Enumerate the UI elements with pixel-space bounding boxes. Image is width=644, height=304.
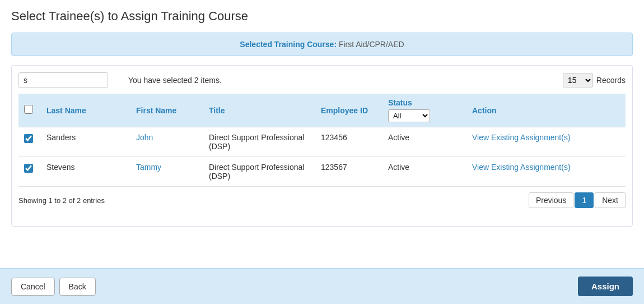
row-checkbox-cell <box>18 157 41 187</box>
row-employee-id: 123567 <box>315 157 382 187</box>
header-last-name: Last Name <box>41 94 130 127</box>
row-title: Direct Support Professional (DSP) <box>203 127 315 157</box>
records-control: 15 25 50 100 Records <box>563 73 626 87</box>
row-action: View Existing Assignment(s) <box>466 157 626 187</box>
search-input[interactable] <box>18 72 108 88</box>
records-label: Records <box>596 76 626 85</box>
row-checkbox-cell <box>18 127 41 157</box>
table-row: SandersJohnDirect Support Professional (… <box>18 127 626 157</box>
view-existing-assignments-link[interactable]: View Existing Assignment(s) <box>472 133 571 142</box>
row-2-checkbox[interactable] <box>24 164 33 173</box>
previous-button[interactable]: Previous <box>529 192 573 208</box>
cancel-button[interactable]: Cancel <box>11 278 55 296</box>
header-checkbox-cell <box>18 94 41 127</box>
page-1-button[interactable]: 1 <box>575 192 594 208</box>
horizontal-scrollbar[interactable] <box>18 211 626 219</box>
row-last-name: Stevens <box>41 157 130 187</box>
header-title: Title <box>203 94 315 127</box>
showing-text: Showing 1 to 2 of 2 entries <box>18 196 105 205</box>
row-1-checkbox[interactable] <box>24 134 33 143</box>
footer-bar: Cancel Back Assign <box>0 268 644 304</box>
status-filter: All Active Inactive <box>388 109 461 122</box>
header-status: Status All Active Inactive <box>382 94 466 127</box>
assign-button[interactable]: Assign <box>578 277 633 296</box>
training-course-label: Selected Training Course: <box>240 40 337 49</box>
row-status: Active <box>382 127 466 157</box>
records-per-page-select[interactable]: 15 25 50 100 <box>563 73 593 87</box>
table-row: StevensTammyDirect Support Professional … <box>18 157 626 187</box>
next-button[interactable]: Next <box>595 192 626 208</box>
pagination-buttons: Previous 1 Next <box>529 192 626 208</box>
select-all-checkbox[interactable] <box>24 105 33 114</box>
row-first-name: Tammy <box>130 157 203 187</box>
table-header-row: Last Name First Name Title Employee ID S… <box>18 94 626 127</box>
view-existing-assignments-link[interactable]: View Existing Assignment(s) <box>472 163 571 172</box>
selected-items-text: You have selected 2 items. <box>128 76 222 85</box>
footer-left-buttons: Cancel Back <box>11 278 96 296</box>
page-title: Select Trainee(s) to Assign Training Cou… <box>11 9 633 24</box>
pagination-row: Showing 1 to 2 of 2 entries Previous 1 N… <box>18 192 626 208</box>
table-section: You have selected 2 items. 15 25 50 100 … <box>11 65 633 227</box>
status-col-label: Status <box>388 98 461 107</box>
row-title: Direct Support Professional (DSP) <box>203 157 315 187</box>
header-employee-id: Employee ID <box>315 94 382 127</box>
row-status: Active <box>382 157 466 187</box>
training-course-banner: Selected Training Course: First Aid/CPR/… <box>11 33 633 56</box>
table-controls: You have selected 2 items. 15 25 50 100 … <box>18 72 626 88</box>
status-filter-select[interactable]: All Active Inactive <box>388 109 430 122</box>
back-button[interactable]: Back <box>59 278 96 296</box>
row-action: View Existing Assignment(s) <box>466 127 626 157</box>
row-first-name: John <box>130 127 203 157</box>
header-first-name: First Name <box>130 94 203 127</box>
table-body: SandersJohnDirect Support Professional (… <box>18 127 626 187</box>
header-action: Action <box>466 94 626 127</box>
row-last-name: Sanders <box>41 127 130 157</box>
row-employee-id: 123456 <box>315 127 382 157</box>
training-course-value: First Aid/CPR/AED <box>339 40 404 49</box>
trainee-table: Last Name First Name Title Employee ID S… <box>18 94 626 187</box>
